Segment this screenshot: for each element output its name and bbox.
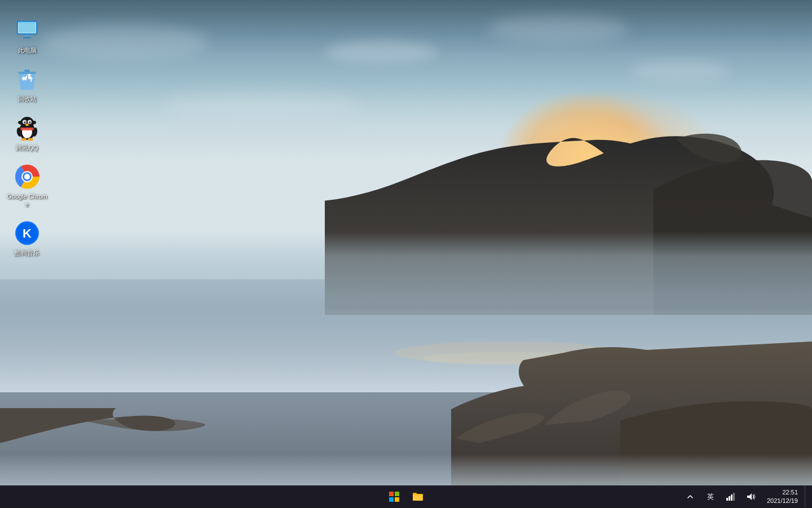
svg-point-25 (21, 138, 27, 141)
cloud (41, 25, 210, 59)
desktop-icons-container: 此电脑 回收站 (0, 11, 54, 263)
show-desktop-button[interactable] (805, 485, 807, 508)
svg-rect-39 (389, 497, 394, 502)
clock-time: 22:51 (782, 488, 798, 497)
qq-label: 腾讯QQ (16, 144, 38, 152)
language-indicator[interactable]: 英 (701, 485, 720, 508)
taskbar: 英 (0, 485, 812, 508)
kuwo-icon: K (14, 220, 41, 247)
desktop: 此电脑 回收站 (0, 0, 812, 508)
start-button[interactable] (383, 485, 405, 508)
foreground-rocks (0, 308, 812, 485)
cloud (629, 61, 731, 81)
network-icon-button[interactable] (722, 485, 740, 508)
svg-point-32 (24, 174, 30, 179)
svg-marker-45 (747, 493, 752, 500)
chrome-label: Google Chrome (7, 192, 47, 209)
language-text: 英 (707, 492, 714, 502)
this-pc-label: 此电脑 (18, 46, 37, 54)
svg-rect-27 (20, 128, 34, 130)
svg-point-22 (25, 124, 29, 126)
svg-rect-7 (25, 34, 29, 37)
svg-rect-44 (733, 493, 735, 501)
svg-point-26 (28, 138, 33, 141)
desktop-icon-tencent-qq[interactable]: 腾讯QQ (5, 110, 50, 156)
svg-rect-43 (731, 494, 732, 501)
svg-rect-6 (19, 23, 36, 33)
svg-rect-10 (18, 72, 36, 74)
svg-rect-38 (395, 492, 399, 496)
svg-text:K: K (23, 226, 32, 240)
kuwo-label: 酷狗音乐 (15, 249, 39, 257)
file-explorer-button[interactable] (407, 485, 429, 508)
svg-rect-40 (395, 497, 399, 502)
volume-icon-button[interactable] (742, 485, 760, 508)
clock-date: 2021/12/19 (767, 497, 798, 505)
svg-point-24 (32, 121, 36, 124)
cloud (325, 41, 438, 63)
taskbar-center-icons (383, 485, 429, 508)
desktop-icon-kuwo-music[interactable]: K 酷狗音乐 (5, 215, 50, 261)
svg-rect-41 (726, 498, 728, 501)
taskbar-system-tray: 英 (681, 485, 812, 508)
svg-point-23 (18, 121, 23, 124)
desktop-icon-this-pc[interactable]: 此电脑 (5, 12, 50, 59)
svg-rect-3 (0, 454, 812, 485)
desktop-icon-recycle-bin[interactable]: 回收站 (5, 61, 50, 107)
desktop-icon-google-chrome[interactable]: Google Chrome (5, 159, 50, 213)
chrome-icon (14, 163, 41, 190)
recycle-bin-label: 回收站 (18, 95, 37, 103)
computer-icon (14, 17, 41, 44)
svg-rect-12 (24, 71, 30, 72)
show-hidden-icons-button[interactable] (681, 485, 699, 508)
svg-point-21 (30, 121, 31, 122)
recycle-bin-icon (14, 65, 41, 93)
qq-icon (14, 115, 41, 142)
svg-point-20 (25, 121, 26, 122)
cloud (487, 15, 628, 43)
svg-rect-9 (18, 22, 36, 23)
svg-rect-37 (389, 492, 394, 496)
svg-rect-42 (729, 496, 730, 501)
svg-rect-8 (23, 37, 31, 38)
taskbar-clock[interactable]: 22:51 2021/12/19 (762, 487, 802, 507)
